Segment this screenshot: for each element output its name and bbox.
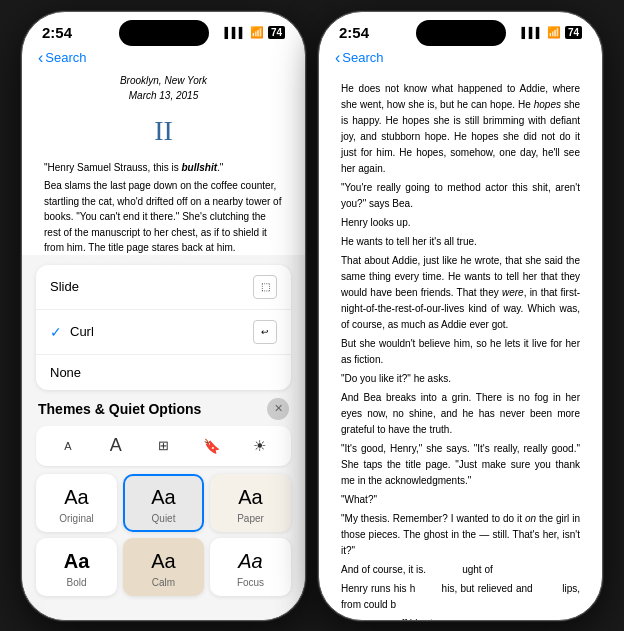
- bookmark-button[interactable]: 🔖: [195, 432, 227, 460]
- right-para-1: He does not know what happened to Addie,…: [341, 81, 580, 177]
- nav-bar-left[interactable]: ‹ Search: [22, 45, 305, 73]
- right-para-12: And of course, it is. ught of: [341, 562, 580, 578]
- right-phone: 2:54 ▌▌▌ 📶 74 ‹ Search He does not know …: [318, 11, 603, 621]
- slide-option-slide-left: Slide: [50, 279, 79, 294]
- large-a-button[interactable]: A: [100, 432, 132, 460]
- slide-option-slide[interactable]: Slide ⬚: [36, 265, 291, 310]
- theme-quiet[interactable]: Aa Quiet: [123, 474, 204, 532]
- slide-label: Slide: [50, 279, 79, 294]
- theme-paper-label: Paper: [237, 513, 264, 524]
- theme-calm-aa: Aa: [151, 550, 175, 573]
- battery-left: 74: [268, 26, 285, 39]
- book-para-2: Bea slams the last page down on the coff…: [44, 178, 283, 256]
- back-arrow-left: ‹: [38, 49, 43, 67]
- book-location: Brooklyn, New York: [44, 73, 283, 88]
- theme-paper[interactable]: Aa Paper: [210, 474, 291, 532]
- status-time-left: 2:54: [42, 24, 72, 41]
- reading-content-right: He does not know what happened to Addie,…: [319, 73, 602, 621]
- nav-bar-right[interactable]: ‹ Search: [319, 45, 602, 73]
- small-a-button[interactable]: A: [52, 432, 84, 460]
- toolbar-row: A A ⊞ 🔖 ☀: [36, 426, 291, 466]
- slide-option-curl[interactable]: ✓ Curl ↩: [36, 310, 291, 355]
- slide-icon: ⬚: [253, 275, 277, 299]
- theme-focus[interactable]: Aa Focus: [210, 538, 291, 596]
- right-para-8: And Bea breaks into a grin. There is no …: [341, 390, 580, 438]
- slide-option-none[interactable]: None: [36, 355, 291, 390]
- right-para-4: He wants to tell her it's all true.: [341, 234, 580, 250]
- dynamic-island-right: [416, 20, 506, 46]
- theme-focus-label: Focus: [237, 577, 264, 588]
- nav-back-label-right: Search: [342, 50, 383, 65]
- theme-original-aa: Aa: [64, 486, 88, 509]
- brightness-button[interactable]: ☀: [243, 432, 275, 460]
- status-time-right: 2:54: [339, 24, 369, 41]
- theme-bold-label: Bold: [66, 577, 86, 588]
- right-para-5: That about Addie, just like he wrote, th…: [341, 253, 580, 333]
- right-para-2: "You're really going to method actor thi…: [341, 180, 580, 212]
- chapter-number: II: [44, 109, 283, 152]
- theme-focus-aa: Aa: [238, 550, 262, 573]
- right-para-3: Henry looks up.: [341, 215, 580, 231]
- theme-grid: Aa Original Aa Quiet Aa Paper Aa Bold Aa: [36, 474, 291, 596]
- dynamic-island-left: [119, 20, 209, 46]
- format-button[interactable]: ⊞: [147, 432, 179, 460]
- left-phone: 2:54 ▌▌▌ 📶 74 ‹ Search Brooklyn, New Yor…: [21, 11, 306, 621]
- slide-options: Slide ⬚ ✓ Curl ↩ None: [36, 265, 291, 390]
- theme-bold-aa: Aa: [64, 550, 90, 573]
- right-para-6: But she wouldn't believe him, so he lets…: [341, 336, 580, 368]
- right-para-14: pay off his stu- icate a little while ng…: [341, 616, 580, 621]
- theme-calm[interactable]: Aa Calm: [123, 538, 204, 596]
- theme-quiet-aa: Aa: [151, 486, 175, 509]
- slide-option-none-left: None: [50, 365, 81, 380]
- theme-original[interactable]: Aa Original: [36, 474, 117, 532]
- theme-original-label: Original: [59, 513, 93, 524]
- themes-header: Themes & Quiet Options ✕: [36, 398, 291, 420]
- slide-option-curl-left: ✓ Curl: [50, 324, 94, 340]
- status-icons-left: ▌▌▌ 📶 74: [225, 26, 285, 39]
- battery-right: 74: [565, 26, 582, 39]
- signal-icon-right: ▌▌▌: [522, 27, 543, 38]
- nav-back-label-left: Search: [45, 50, 86, 65]
- status-icons-right: ▌▌▌ 📶 74: [522, 26, 582, 39]
- close-button[interactable]: ✕: [267, 398, 289, 420]
- theme-paper-aa: Aa: [238, 486, 262, 509]
- book-header: Brooklyn, New York March 13, 2015: [44, 73, 283, 103]
- right-para-13: Henry runs his h his, but relieved and l…: [341, 581, 580, 613]
- theme-bold[interactable]: Aa Bold: [36, 538, 117, 596]
- phones-container: 2:54 ▌▌▌ 📶 74 ‹ Search Brooklyn, New Yor…: [21, 11, 603, 621]
- book-date: March 13, 2015: [44, 88, 283, 103]
- right-para-9: "It's good, Henry," she says. "It's real…: [341, 441, 580, 489]
- wifi-icon-right: 📶: [547, 26, 561, 39]
- theme-quiet-label: Quiet: [152, 513, 176, 524]
- right-para-10: "What?": [341, 492, 580, 508]
- back-arrow-right: ‹: [335, 49, 340, 67]
- bottom-panel: Slide ⬚ ✓ Curl ↩ None: [22, 255, 305, 620]
- curl-checkmark: ✓: [50, 324, 62, 340]
- themes-title: Themes & Quiet Options: [38, 401, 201, 417]
- right-para-11: "My thesis. Remember? I wanted to do it …: [341, 511, 580, 559]
- none-label: None: [50, 365, 81, 380]
- curl-icon: ↩: [253, 320, 277, 344]
- book-para-1: "Henry Samuel Strauss, this is bullshit.…: [44, 160, 283, 176]
- wifi-icon-left: 📶: [250, 26, 264, 39]
- right-para-7: "Do you like it?" he asks.: [341, 371, 580, 387]
- theme-calm-label: Calm: [152, 577, 175, 588]
- curl-label: Curl: [70, 324, 94, 339]
- signal-icon-left: ▌▌▌: [225, 27, 246, 38]
